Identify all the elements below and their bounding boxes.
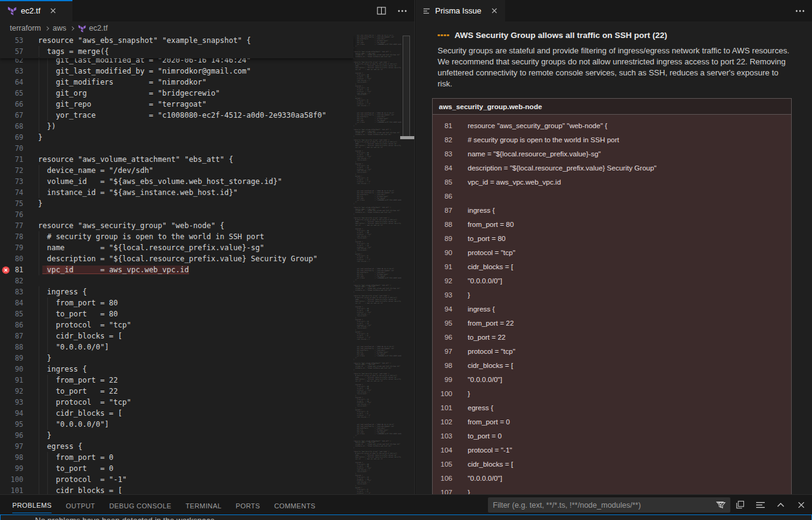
code-line[interactable]: 73 volume_id = "${aws_ebs_volume.web_hos… (0, 176, 354, 187)
code-line[interactable]: 91 from_port = 22 (0, 375, 354, 386)
indent-guide (39, 441, 39, 452)
code-line[interactable]: 85 to_port = 80 (0, 308, 354, 319)
minimap[interactable]: git_last_modified_at = "2020-06-16 14:46… (354, 35, 401, 494)
indent-guide (47, 408, 48, 419)
indent-guide (47, 110, 48, 121)
code-line[interactable]: 66 git_repo = "terragoat" (0, 99, 354, 110)
filter-icon[interactable] (714, 499, 726, 511)
panel-tab-debug-console[interactable]: DEBUG CONSOLE (109, 497, 171, 513)
line-number: 99 (0, 464, 23, 473)
code-line[interactable]: 96 } (0, 430, 354, 441)
code-line[interactable]: 70 (0, 143, 354, 154)
code-line[interactable]: 97 egress { (0, 441, 354, 452)
code-line[interactable]: 100 protocol = "-1" (0, 474, 354, 485)
code-line[interactable]: 68 }) (0, 121, 354, 132)
indent-guide (47, 342, 48, 353)
line-number: 98 (433, 362, 452, 369)
line-number: 97 (433, 348, 452, 355)
breadcrumb-item-terraform[interactable]: terraform (10, 24, 41, 32)
line-text: to_port = 0 (38, 464, 114, 473)
code-line[interactable]: 98 from_port = 0 (0, 452, 354, 463)
code-line[interactable]: 90 ingress { (0, 364, 354, 375)
panel-tab-problems[interactable]: PROBLEMS (12, 496, 52, 513)
view-mode-icon[interactable] (754, 499, 767, 511)
code-line[interactable]: 76 (0, 209, 354, 220)
line-number: 100 (0, 475, 23, 484)
line-number: 84 (433, 164, 452, 172)
panel-tab-terminal[interactable]: TERMINAL (185, 497, 222, 513)
code-line[interactable]: 88 "0.0.0.0/0"] (0, 342, 354, 353)
line-text: cidr_blocks = [ (468, 362, 513, 369)
collapse-all-icon[interactable] (734, 499, 746, 511)
code-line[interactable]: 65 git_org = "bridgecrewio" (0, 88, 354, 99)
line-text: } (38, 199, 42, 208)
close-panel-icon[interactable] (795, 499, 807, 511)
code-line[interactable]: 69} (0, 132, 354, 143)
line-number: 72 (0, 166, 23, 175)
line-number: 83 (433, 150, 452, 158)
panel-tab-comments[interactable]: COMMENTS (274, 497, 315, 513)
line-text: to_port = 22 (468, 334, 506, 341)
panel-code-line: 82# security group is open to the world … (433, 132, 791, 147)
line-text: yor_trace = "c1008080-ec2f-4512-a0d0-2e9… (38, 111, 327, 120)
code-line[interactable]: 92 to_port = 22 (0, 386, 354, 397)
code-line[interactable]: 93 protocol = "tcp" (0, 397, 354, 408)
tab-prisma-issue[interactable]: Prisma Issue (416, 0, 505, 21)
editor-scrollbar[interactable] (402, 35, 411, 494)
code-line[interactable]: 82 (0, 275, 354, 286)
line-text: resource "aws_security_group" "web-node"… (38, 221, 224, 230)
tab-close-icon[interactable] (489, 6, 499, 16)
code-line[interactable]: 94 cidr_blocks = [ (0, 408, 354, 419)
line-text: cidr_blocks = [ (468, 461, 513, 468)
breadcrumb-item-file[interactable]: ec2.tf (78, 24, 108, 32)
code-line[interactable]: 75} (0, 198, 354, 209)
line-number: 68 (0, 122, 23, 131)
panel-tab-output[interactable]: OUTPUT (66, 497, 95, 513)
line-text: # security group is open to the world in… (468, 136, 619, 143)
indent-guide (39, 253, 39, 264)
more-actions-icon[interactable] (396, 5, 408, 17)
line-text: "0.0.0.0/0"] (38, 343, 109, 351)
code-line[interactable]: 87 cidr_blocks = [ (0, 331, 354, 342)
filter-input[interactable] (488, 501, 717, 510)
indent-guide (47, 308, 48, 319)
code-line[interactable]: 101 cidr_blocks = [ (0, 485, 354, 494)
line-text: ingress { (468, 305, 495, 313)
code-line[interactable]: 77resource "aws_security_group" "web-nod… (0, 220, 354, 231)
breadcrumb-item-aws[interactable]: aws (53, 24, 66, 32)
maximize-panel-icon[interactable] (775, 499, 787, 511)
code-line[interactable]: 86 protocol = "tcp" (0, 319, 354, 331)
code-line[interactable]: 78 # security group is open to the world… (0, 231, 354, 242)
line-text: description = "${local.resource_prefix.v… (38, 254, 317, 263)
code-editor[interactable]: 62 git_last_modified_at = "2020-06-16 14… (0, 35, 415, 494)
terraform-file-icon (7, 6, 17, 15)
code-line[interactable]: 63 git_last_modified_by = "nimrodkor@gma… (0, 66, 354, 77)
code-line[interactable]: 64 git_modifiers = "nimrodkor" (0, 77, 354, 88)
code-line[interactable]: 84 from_port = 80 (0, 297, 354, 308)
scrollbar-slider[interactable] (403, 36, 410, 139)
code-line[interactable]: 80 description = "${local.resource_prefi… (0, 253, 354, 264)
code-line[interactable]: 53resource "aws_ebs_snapshot" "example_s… (0, 35, 354, 46)
tab-close-icon[interactable] (48, 6, 58, 16)
code-line[interactable]: 83 ingress { (0, 286, 354, 297)
code-line[interactable]: 81 vpc_id = aws_vpc.web_vpc.id (0, 264, 354, 275)
panel-tab-ports[interactable]: PORTS (236, 497, 260, 513)
code-line[interactable]: 71resource "aws_volume_attachment" "ebs_… (0, 154, 354, 165)
issue-description: Security groups are stateful and provide… (438, 45, 794, 90)
indent-guide (39, 353, 39, 364)
code-line[interactable]: 99 to_port = 0 (0, 463, 354, 474)
editor-group: ec2.tf terraform aws (0, 0, 415, 494)
tab-ec2-tf[interactable]: ec2.tf (0, 0, 72, 21)
code-line[interactable]: 95 "0.0.0.0/0"] (0, 419, 354, 430)
code-line[interactable]: 72 device_name = "/dev/sdh" (0, 165, 354, 176)
split-editor-icon[interactable] (375, 5, 387, 17)
code-line[interactable]: 74 instance_id = "${aws_instance.web_hos… (0, 187, 354, 198)
indent-guide (39, 187, 39, 198)
line-number: 87 (0, 332, 23, 340)
code-line[interactable]: 57 tags = merge({ (0, 46, 354, 57)
code-line[interactable]: 67 yor_trace = "c1008080-ec2f-4512-a0d0-… (0, 110, 354, 121)
code-line[interactable]: 89 } (0, 353, 354, 364)
code-line[interactable]: 79 name = "${local.resource_prefix.value… (0, 242, 354, 253)
more-actions-icon[interactable] (794, 5, 806, 17)
indent-guide (39, 342, 39, 353)
